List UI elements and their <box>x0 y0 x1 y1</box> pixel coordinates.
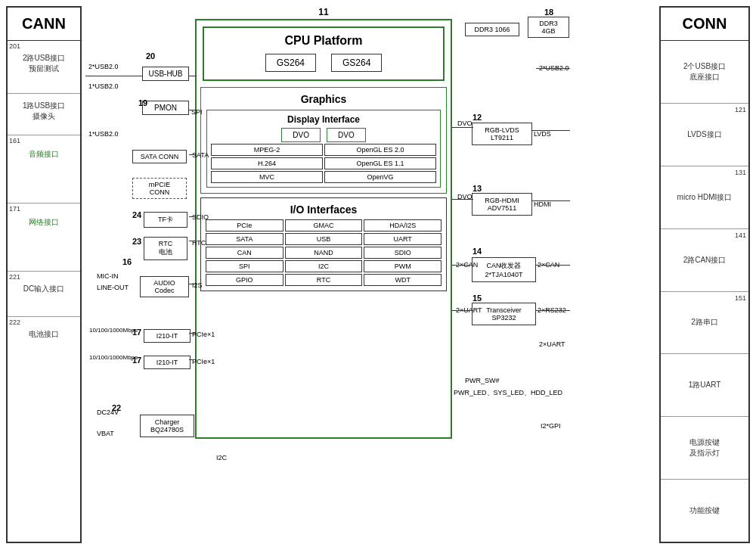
num-22: 22 <box>112 403 121 412</box>
line-usb-hub-right <box>189 76 197 76</box>
graphics-block: Graphics Display Interface DVO DVO MPEG-… <box>200 87 447 194</box>
line-pcie1 <box>189 333 197 334</box>
signal-sata: SATA <box>192 151 209 159</box>
line-uart-left <box>452 310 473 311</box>
signal-i2s: I2S <box>192 281 203 289</box>
line-i2s <box>189 284 197 284</box>
signal-i2c-bot: I2C <box>216 454 227 461</box>
signal-2xuart-out: 2×UART <box>539 340 565 348</box>
opengl-es20-cell: OpenGL ES 2.0 <box>324 144 436 156</box>
num-222: 222 <box>9 319 20 326</box>
io-can: CAN <box>206 247 284 259</box>
signal-1usb20-usb: 1*USB2.0 <box>88 130 119 138</box>
num-19: 19 <box>138 98 147 107</box>
sata-conn-box: SATA CONN <box>132 150 187 163</box>
num-171: 171 <box>9 205 20 213</box>
io-gmac: GMAC <box>285 219 363 231</box>
gs264-chip2: GS264 <box>331 54 382 72</box>
line-lvds-right <box>532 130 570 131</box>
left-s204: 171 网络接口 <box>8 204 80 272</box>
line-usb-hub-left <box>85 76 142 76</box>
cpu-platform-block: CPU Platform GS264 GS264 <box>203 26 445 81</box>
io-rtc: RTC <box>285 274 363 286</box>
io-wdt: WDT <box>364 274 442 286</box>
num-20: 20 <box>146 51 155 61</box>
line-rs232-right <box>536 310 570 311</box>
dvo-row: DVO DVO <box>211 128 436 142</box>
display-interface-title: Display Interface <box>209 113 438 126</box>
left-s202: 1路USB接口摄像头 <box>8 94 80 135</box>
pmon-box: PMON <box>142 101 189 115</box>
signal-lvds: LVDS <box>534 130 551 138</box>
line-dvo2 <box>452 199 473 200</box>
graphics-title: Graphics <box>204 91 443 107</box>
charger-box: ChargerBQ24780S <box>140 415 194 437</box>
num-18: 18 <box>544 8 553 17</box>
tf-card-box: TF卡 <box>144 212 187 228</box>
right-r3: 131 micro HDMI接口 <box>661 166 748 229</box>
right-r5: 151 2路串口 <box>661 292 748 355</box>
opengl-es11-cell: OpenGL ES 1.1 <box>324 157 436 169</box>
io-interfaces-title: I/O Interfaces <box>204 201 443 218</box>
signal-12gpi: I2*GPI <box>541 422 561 430</box>
mpeg2-cell: MPEG-2 <box>211 144 323 156</box>
io-spi: SPI <box>206 260 284 272</box>
i210-it-1-box: I210-IT <box>144 329 191 343</box>
main-cpu-block: 11 CPU Platform GS264 GS264 Graphics Dis… <box>195 19 452 439</box>
openvg-cell: OpenVG <box>324 171 436 183</box>
signal-line-out: LINE-OUT <box>97 284 129 291</box>
io-interfaces-block: I/O Interfaces PCIe GMAC HDA/I2S SATA US… <box>200 197 447 291</box>
io-sdio: SDIO <box>364 247 442 259</box>
line-usb-right <box>536 68 570 69</box>
ddr3-box: DDR3 1066 <box>465 23 519 36</box>
right-r4: 141 2路CAN接口 <box>661 229 748 292</box>
line-sdio <box>189 216 197 217</box>
dvo-box1: DVO <box>281 128 321 142</box>
num-12: 12 <box>472 113 482 122</box>
signal-net1: 10/100/1000Mbps <box>89 327 138 334</box>
rgb-lvds-box: RGB-LVDSLT9211 <box>472 123 532 145</box>
num-221: 221 <box>9 273 20 281</box>
audio-codec-box: AUDIOCodec <box>140 276 189 297</box>
conn-title: CONN <box>661 8 748 41</box>
i210-it-2-box: I210-IT <box>144 356 191 369</box>
io-sata: SATA <box>206 233 284 245</box>
num-201: 201 <box>9 42 20 50</box>
right-r2: 121 LVDS接口 <box>661 104 748 166</box>
line-dvo1 <box>452 127 473 128</box>
signal-hdmi: HDMI <box>534 200 551 208</box>
signal-mic-in: MIC-IN <box>97 272 119 280</box>
io-pcie: PCIe <box>206 219 284 231</box>
io-i2c: I2C <box>285 260 363 272</box>
right-r6: 1路UART <box>661 354 748 417</box>
right-r1: 2个USB接口底座接口 <box>661 41 748 104</box>
signal-pwr-led: PWR_LED、SYS_LED、HDD_LED <box>454 388 562 398</box>
vbat-label: VBAT <box>97 430 114 437</box>
left-s222: 222 电池接口 <box>8 317 80 362</box>
gs264-chip1: GS264 <box>265 54 316 72</box>
io-grid: PCIe GMAC HDA/I2S SATA USB UART CAN NAND… <box>204 218 443 287</box>
display-interface-block: Display Interface DVO DVO MPEG-2 OpenGL … <box>206 110 441 188</box>
mpcie-conn-box: mPCIECONN <box>132 178 187 199</box>
signal-1usb20: 1*USB2.0 <box>88 82 119 90</box>
io-hdai2s: HDA/I2S <box>364 219 442 231</box>
num-161: 161 <box>9 137 20 144</box>
num-23: 23 <box>132 237 141 246</box>
num-11: 11 <box>318 7 328 17</box>
ddr3-4gb-box: DDR34GB <box>528 17 569 38</box>
signal-net2: 10/100/1000Mbps <box>89 354 138 361</box>
h264-cell: H.264 <box>211 157 323 169</box>
signal-2usb20-left: 2*USB2.0 <box>88 63 119 70</box>
io-pwm: PWM <box>364 260 442 272</box>
num-16: 16 <box>122 257 132 266</box>
num-14: 14 <box>472 247 482 256</box>
codec-grid: MPEG-2 OpenGL ES 2.0 H.264 OpenGL ES 1.1… <box>211 144 436 183</box>
can-recv-box: CAN收发器2*TJA1040T <box>472 257 536 282</box>
signal-pcie-1: PCIe×1 <box>192 331 215 338</box>
left-s221: 221 DC输入接口 <box>8 272 80 317</box>
cpu-chips-row: GS264 GS264 <box>208 50 439 76</box>
rtc-battery-box: RTC电池 <box>144 237 187 260</box>
right-panel: CONN 2个USB接口底座接口 121 LVDS接口 131 micro HD… <box>659 6 750 543</box>
cpu-platform-title: CPU Platform <box>208 32 439 50</box>
signal-sdio: SDIO <box>192 213 209 221</box>
